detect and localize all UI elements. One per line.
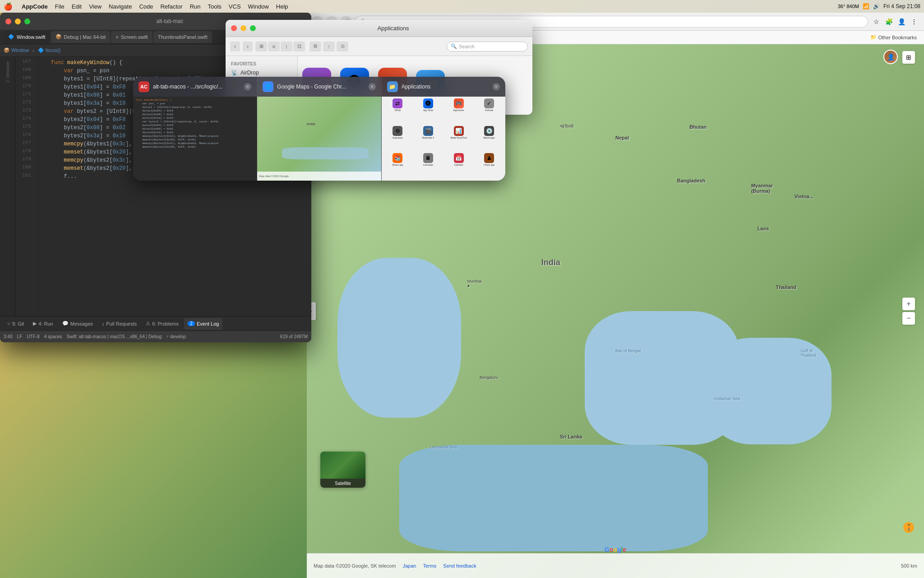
- alttab-close[interactable]: ✕: [369, 83, 376, 90]
- apple-menu[interactable]: 🍎: [4, 2, 13, 11]
- tab-event-log[interactable]: 2 Event Log: [184, 318, 223, 330]
- sidebar-structure[interactable]: Z: Structure: [2, 59, 14, 85]
- tab-label: Window.swift: [17, 34, 46, 40]
- zoom-out-button[interactable]: −: [902, 312, 915, 325]
- menubar-help[interactable]: Help: [276, 3, 288, 10]
- close-button[interactable]: [5, 19, 11, 24]
- tab-problems[interactable]: ⚠ 6: Problems: [142, 318, 182, 330]
- nepal-label: Nepal: [615, 135, 629, 140]
- map-scale: 500 km: [901, 563, 917, 569]
- breadcrumb-module: 📦 Window: [4, 47, 29, 53]
- mumbai-label: Mumbai●: [467, 279, 482, 288]
- pr-icon: ↕: [102, 321, 105, 326]
- menubar-view[interactable]: View: [89, 3, 102, 10]
- tab-screen-swift[interactable]: × Screen.swift: [111, 31, 152, 43]
- tab-run[interactable]: ▶ 4: Run: [29, 318, 56, 330]
- terms-link[interactable]: Terms: [423, 563, 436, 569]
- menubar-code[interactable]: Code: [139, 3, 153, 10]
- alttab-title: Google Maps - Google Chr...: [277, 84, 346, 90]
- finder-tag[interactable]: ⊙: [337, 42, 348, 51]
- minimize-button[interactable]: [15, 19, 21, 24]
- map-footer: Map data ©2020 Google, SK telecom Japan …: [307, 553, 924, 578]
- search-placeholder: Search: [459, 44, 475, 49]
- breadcrumb-func: 🔷 focus(): [38, 47, 61, 53]
- satellite-toggle[interactable]: Satellite: [320, 452, 365, 488]
- menubar-edit[interactable]: Edit: [72, 3, 82, 10]
- view-columns[interactable]: ⫶: [281, 42, 292, 51]
- tab-label: 9: Git: [12, 321, 24, 326]
- menubar-run[interactable]: Run: [190, 3, 201, 10]
- menubar-battery: 36° 840M: [838, 4, 859, 9]
- delhi-label: नई दिल्ली: [560, 124, 574, 129]
- messages-icon: 💬: [62, 321, 69, 326]
- airdrop-icon: 📡: [231, 70, 238, 76]
- finder-minimize[interactable]: [240, 25, 246, 31]
- feedback-link[interactable]: Send feedback: [443, 563, 476, 569]
- finder-forward[interactable]: ›: [243, 42, 253, 51]
- menubar-appname[interactable]: AppCode: [22, 3, 48, 10]
- view-list[interactable]: ≡: [268, 42, 280, 51]
- maps-thumbnail: India Map data ©2020 Google: [257, 97, 381, 181]
- finder-action[interactable]: ⚙: [310, 42, 321, 51]
- andaman-sea-label: Andaman Sea: [714, 396, 740, 401]
- alttab-chrome[interactable]: 🌐 Google Maps - Google Chr... ✕ India Ma…: [257, 77, 381, 181]
- laos-label: Laos: [758, 226, 769, 231]
- tab-git[interactable]: ⑂ 9: Git: [4, 318, 28, 330]
- menubar-wifi: 📶: [863, 3, 869, 9]
- bay-of-bengal-label: Bay of Bengal: [615, 349, 641, 353]
- line-col: 3:40: [4, 334, 12, 339]
- alttab-title: Applications: [402, 84, 431, 90]
- maximize-button[interactable]: [24, 19, 30, 24]
- view-icon[interactable]: ⊞: [255, 42, 267, 51]
- alttab-thumbnail: India Map data ©2020 Google: [257, 97, 381, 181]
- view-gallery[interactable]: ⊡: [293, 42, 305, 51]
- finder-titlebar: Applications: [226, 20, 532, 37]
- close-tab-icon[interactable]: ×: [116, 34, 118, 40]
- menubar: 🍎 AppCode File Edit View Navigate Code R…: [0, 0, 924, 13]
- encoding-utf: UTF-8: [27, 334, 39, 339]
- appcode-icon: AC: [139, 81, 149, 92]
- alttab-title: alt-tab-macos - .../src/logic/...: [153, 84, 222, 90]
- japan-link[interactable]: Japan: [402, 563, 416, 569]
- airdrop-label: AirDrop: [240, 70, 259, 76]
- tab-thumbnails[interactable]: ThumbnailsPanel.swift: [153, 31, 212, 43]
- finder-close[interactable]: [231, 25, 237, 31]
- tab-messages[interactable]: 💬 Messages: [59, 318, 97, 330]
- finder-maximize[interactable]: [250, 25, 256, 31]
- india-label: India: [541, 258, 560, 267]
- menubar-vcs[interactable]: VCS: [229, 3, 241, 10]
- alttab-close[interactable]: ✕: [244, 83, 251, 90]
- map-layers-button[interactable]: ⊞: [902, 51, 915, 64]
- alttab-finder[interactable]: 📁 Applications ✕ ⇄ AltTab 🅐 App Store 🎮 …: [382, 77, 505, 181]
- satellite-label: Satellite: [320, 479, 365, 488]
- ext-puzzle[interactable]: 🧩: [883, 16, 894, 27]
- problems-icon: ⚠: [146, 321, 150, 326]
- status-bar: 3:40 LF UTF-8 4 spaces Swift: alt-tab-ma…: [0, 331, 311, 342]
- zoom-in-button[interactable]: +: [902, 298, 915, 310]
- menubar-tools[interactable]: Tools: [208, 3, 221, 10]
- alttab-appcode[interactable]: AC alt-tab-macos - .../src/logic/... ✕ f…: [133, 77, 257, 181]
- tab-pull-requests[interactable]: ↕ Pull Requests: [98, 318, 140, 330]
- menubar-navigate[interactable]: Navigate: [109, 3, 132, 10]
- menubar-file[interactable]: File: [55, 3, 65, 10]
- street-view-button[interactable]: 🧍: [903, 522, 914, 533]
- menubar-refactor[interactable]: Refactor: [160, 3, 182, 10]
- sidebar-icons: Z: Structure: [0, 57, 15, 316]
- finder-search-bar[interactable]: 🔍 Search: [447, 42, 528, 51]
- ext-menu[interactable]: ⋮: [909, 16, 919, 27]
- alttab-close[interactable]: ✕: [493, 83, 500, 90]
- ext-user[interactable]: 👤: [896, 16, 907, 27]
- user-avatar[interactable]: 👤: [883, 50, 898, 64]
- star-icon[interactable]: ☆: [871, 16, 882, 27]
- laccadive-sea-label: Laccadive Sea: [430, 445, 457, 449]
- finder-back[interactable]: ‹: [230, 42, 240, 51]
- tab-debug[interactable]: 📦 Debug | Mac 64-bit: [51, 31, 111, 43]
- tab-window-swift[interactable]: 🔷 Window.swift: [4, 31, 50, 43]
- finder-toolbar: ‹ › ⊞ ≡ ⫶ ⊡ ⚙ ↑ ⊙ 🔍 Search: [226, 37, 532, 56]
- finder-share[interactable]: ↑: [323, 42, 335, 51]
- alttab-header: 📁 Applications ✕: [382, 77, 505, 97]
- alttab-thumbnail: ⇄ AltTab 🅐 App Store 🎮 AppGamer ✓ Activa…: [382, 97, 505, 181]
- bengaluru-label: Bengaluru: [480, 375, 498, 380]
- menubar-window[interactable]: Window: [248, 3, 269, 10]
- bookmark-other[interactable]: 📁Other Bookmarks: [868, 33, 919, 41]
